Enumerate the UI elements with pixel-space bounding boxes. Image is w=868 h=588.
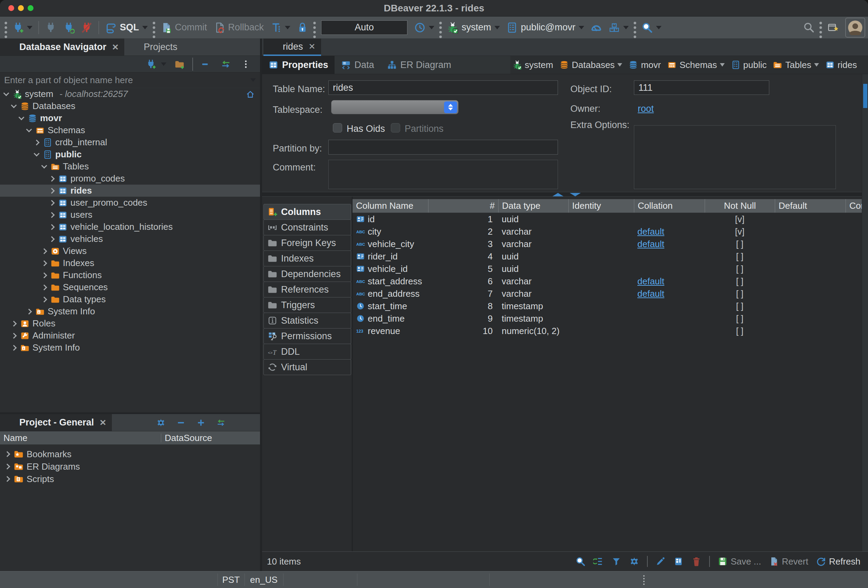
tree-item-users[interactable]: users (0, 209, 260, 221)
refresh-button[interactable]: Refresh (813, 556, 863, 567)
view-tab-data[interactable]: Data (335, 56, 381, 74)
nav-new-connection[interactable] (141, 56, 170, 73)
grid-row-vehicle_city[interactable]: ABCvehicle_city3varchardefault[ ] (353, 238, 868, 250)
filter-caret-icon[interactable] (250, 78, 256, 82)
grid-row-rider_id[interactable]: rider_id4uuid[ ] (353, 250, 868, 262)
tree-item-databases[interactable]: Databases (0, 100, 260, 112)
tab-project-general[interactable]: Project - General ✕ (0, 414, 112, 431)
sql-editor-button[interactable]: SQL (102, 19, 151, 36)
breadcrumb-public[interactable]: public (729, 60, 769, 71)
collapse-down-icon[interactable] (570, 193, 581, 196)
expand-chevron-icon[interactable] (11, 321, 17, 326)
column-not-null[interactable]: [v] (705, 213, 775, 225)
breadcrumb-databases[interactable]: Databases (557, 60, 624, 71)
search-button[interactable] (638, 19, 665, 36)
collation-link[interactable]: default (637, 289, 664, 299)
grid-row-city[interactable]: ABCcity2varchardefault[v] (353, 225, 868, 238)
section-tab-triggers[interactable]: Triggers (263, 297, 351, 313)
project-item-scripts[interactable]: Scripts (0, 473, 260, 485)
tree-item-data-types[interactable]: Data types (0, 293, 260, 305)
column-not-null[interactable]: [v] (705, 225, 775, 238)
grid-row-vehicle_id[interactable]: vehicle_id5uuid[ ] (353, 262, 868, 275)
column-not-null[interactable]: [ ] (705, 325, 775, 337)
grid-row-id[interactable]: id1uuid[v] (353, 213, 868, 225)
expand-up-icon[interactable] (552, 193, 564, 196)
extra-options-textarea[interactable] (634, 125, 836, 189)
collation-link[interactable]: default (637, 276, 664, 287)
proj-link-with-editor[interactable] (213, 414, 229, 431)
grid-columns[interactable] (670, 556, 686, 567)
tree-item-movr[interactable]: movr (0, 112, 260, 124)
drag-grip-icon[interactable] (313, 21, 316, 34)
tab-projects[interactable]: Projects (124, 39, 183, 56)
close-icon[interactable]: ✕ (309, 42, 316, 52)
grid-header-identity[interactable]: Identity (568, 199, 634, 212)
column-not-null[interactable]: [ ] (705, 262, 775, 275)
transaction-mode-button[interactable] (267, 19, 294, 36)
reconnect-button[interactable] (60, 19, 78, 36)
grid-header-column-name[interactable]: Column Name (353, 199, 428, 212)
grid-header--[interactable]: # (428, 199, 498, 212)
save-button[interactable]: Save ... (715, 556, 764, 567)
tree-item-system-info[interactable]: System Info (0, 342, 260, 354)
grid-row-revenue[interactable]: 123revenue10numeric(10, 2)[ ] (353, 325, 868, 337)
breadcrumb-schemas[interactable]: Schemas (665, 60, 726, 71)
tree-item-schemas[interactable]: Schemas (0, 124, 260, 136)
owner-link[interactable]: root (638, 103, 654, 114)
form-grid-splitter[interactable] (262, 192, 868, 197)
tree-item-crdb-internal[interactable]: crdb_internal (0, 136, 260, 148)
section-tab-foreign-keys[interactable]: Foreign Keys (263, 235, 351, 251)
commit-button[interactable]: Commit (157, 19, 210, 36)
section-tab-statistics[interactable]: Statistics (263, 312, 351, 329)
expand-chevron-icon[interactable] (41, 284, 47, 290)
expand-chevron-icon[interactable] (49, 188, 55, 194)
grid-settings[interactable] (626, 556, 642, 567)
collapse-chevron-icon[interactable] (19, 114, 25, 120)
column-header-name[interactable]: Name (0, 433, 161, 443)
minimize-panel-icon[interactable] (234, 418, 243, 427)
breadcrumb-rides[interactable]: rides (823, 60, 859, 71)
expand-chevron-icon[interactable] (49, 212, 55, 218)
tree-item-sequences[interactable]: Sequences (0, 281, 260, 293)
collapse-chevron-icon[interactable] (26, 126, 32, 132)
active-schema-selector[interactable]: public@movr (503, 19, 587, 36)
tree-item-functions[interactable]: Functions (0, 269, 260, 281)
active-connection-selector[interactable]: system (444, 19, 503, 36)
expand-chevron-icon[interactable] (41, 248, 47, 254)
tree-item-rides[interactable]: rides (0, 184, 260, 197)
expand-chevron-icon[interactable] (26, 308, 32, 314)
revert-button[interactable]: Revert (766, 556, 811, 567)
collapse-chevron-icon[interactable] (34, 150, 40, 156)
expand-chevron-icon[interactable] (49, 200, 55, 206)
grid-row-start_address[interactable]: ABCstart_address6varchardefault[ ] (353, 275, 868, 287)
breadcrumb-tables[interactable]: Tables (771, 60, 821, 71)
section-tab-ddl[interactable]: <>TDDL (263, 344, 351, 360)
collation-link[interactable]: default (637, 226, 664, 237)
expand-chevron-icon[interactable] (11, 345, 17, 351)
maximize-panel-icon[interactable] (248, 418, 257, 427)
dropdown-caret-icon[interactable] (142, 26, 148, 29)
expand-chevron-icon[interactable] (49, 175, 55, 181)
section-tab-virtual[interactable]: Virtual (263, 359, 351, 375)
tree-item-user-promo-codes[interactable]: user_promo_codes (0, 197, 260, 209)
tree-item-public[interactable]: public (0, 148, 260, 161)
grid-header-default[interactable]: Default (775, 199, 846, 212)
nav-collapse-all[interactable] (196, 56, 216, 73)
comment-textarea[interactable] (328, 160, 558, 189)
collation-link[interactable]: default (637, 239, 664, 249)
object-filter-input[interactable] (4, 75, 237, 85)
collapse-chevron-icon[interactable] (3, 90, 9, 96)
transaction-log-button[interactable] (411, 19, 437, 36)
expand-chevron-icon[interactable] (49, 224, 55, 230)
auto-commit-combo[interactable]: Auto (321, 21, 407, 35)
tree-item-vehicle-location-histories[interactable]: vehicle_location_histories (0, 221, 260, 233)
close-icon[interactable]: ✕ (112, 43, 119, 52)
grid-filter[interactable] (608, 556, 624, 567)
grid-edit[interactable] (652, 556, 669, 567)
tree-item-administer[interactable]: Administer (0, 330, 260, 342)
proj-expand[interactable] (193, 414, 209, 431)
tab-database-navigator[interactable]: Database Navigator ✕ (0, 39, 124, 56)
grid-header-not-null[interactable]: Not Null (705, 199, 775, 212)
drag-grip-icon[interactable] (819, 21, 822, 34)
column-not-null[interactable]: [ ] (705, 250, 775, 262)
